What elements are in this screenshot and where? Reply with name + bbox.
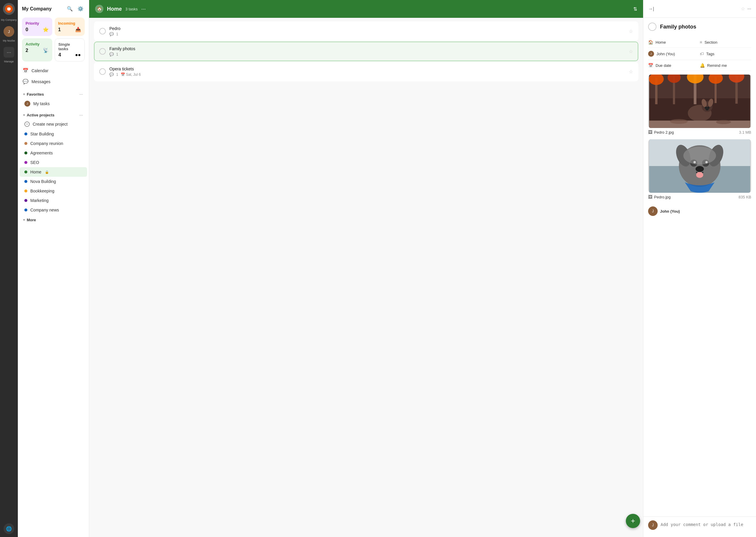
my-tasks-label: My tasks [33, 101, 50, 106]
project-marketing[interactable]: Marketing [20, 196, 87, 205]
remind-icon: 🔔 [700, 63, 705, 68]
comment-input[interactable] [661, 520, 751, 533]
comment-icon: 💬 [110, 32, 114, 36]
incoming-card[interactable]: Incoming 1 📥 [55, 18, 85, 36]
task-item[interactable]: Family photos 💬 1 ☆ [94, 42, 638, 61]
single-tasks-label: Single tasks [59, 42, 81, 51]
attachments-section: 🖼 Pedro 2.jpg 3.1 MB [648, 71, 751, 222]
task-detail-grid: 🏠 Home ≡ Section J John (You) 🏷 Tags 📅 D… [648, 37, 751, 71]
project-agreements[interactable]: Agreements [20, 148, 87, 158]
svg-rect-21 [649, 121, 750, 128]
file-icon: 🖼 [648, 130, 652, 135]
icon-bar: My Company J My Nozbe ··· Manage 🌐 [0, 0, 18, 537]
dot-agreements [24, 151, 27, 154]
dot-bookkeeping [24, 189, 27, 192]
task-detail-more-button[interactable]: ··· [747, 6, 751, 12]
assignee-field[interactable]: J John (You) [648, 48, 700, 60]
assignee-avatar: J [648, 51, 654, 57]
nav-calendar[interactable]: 📅 Calendar [18, 65, 89, 76]
right-panel: →| ☆ ··· Family photos 🏠 Home ≡ Section … [643, 0, 756, 537]
messages-icon: 💬 [22, 79, 28, 84]
task-meta: 💬 1 [110, 52, 625, 57]
section-field[interactable]: ≡ Section [700, 37, 752, 48]
single-tasks-count: 4 [59, 52, 61, 58]
sort-button[interactable]: ⇅ [633, 6, 637, 12]
project-seo[interactable]: SEO [20, 158, 87, 167]
manage-label: Manage [4, 60, 14, 63]
task-title: Family photos [110, 46, 625, 51]
my-nozbe-avatar[interactable]: J [4, 26, 14, 37]
collapse-panel-button[interactable]: →| [648, 6, 654, 12]
project-nova-building[interactable]: Nova Building [20, 177, 87, 186]
task-content: Family photos 💬 1 [110, 46, 625, 57]
task-star[interactable]: ☆ [629, 49, 633, 54]
task-detail-star[interactable]: ☆ [741, 6, 745, 12]
attachment-item[interactable]: 🖼 Pedro 2.jpg 3.1 MB [648, 74, 751, 135]
task-checkbox[interactable] [99, 28, 106, 34]
incoming-icon: 📥 [75, 27, 81, 32]
calendar-icon: 📅 [121, 72, 125, 77]
task-detail-checkbox[interactable] [648, 22, 656, 31]
project-bookkeeping[interactable]: Bookkeeping [20, 186, 87, 196]
active-projects-header[interactable]: ▼ Active projects ··· [18, 109, 89, 119]
project-company-reunion[interactable]: Company reunion [20, 139, 87, 148]
task-item[interactable]: Opera tickets 💬 1 📅 Sat, Jul 6 ☆ [94, 62, 638, 81]
label-bookkeeping: Bookkeeping [30, 188, 54, 193]
fab-add-button[interactable]: + [626, 514, 640, 528]
task-checkbox[interactable] [99, 48, 106, 55]
project-company-news[interactable]: Company news [20, 205, 87, 215]
right-panel-header: →| ☆ ··· [644, 0, 756, 18]
more-section-header[interactable]: ▼ More [18, 215, 89, 223]
file-icon: 🖼 [648, 194, 652, 199]
remind-field[interactable]: 🔔 Remind me [700, 60, 752, 71]
home-lock-icon: 🔒 [45, 170, 49, 174]
task-checkbox[interactable] [99, 68, 106, 75]
sidebar-header: My Company 🔍 ⚙️ [18, 0, 89, 15]
task-detail: Family photos 🏠 Home ≡ Section J John (Y… [644, 18, 756, 516]
svg-point-22 [670, 119, 688, 124]
priority-card[interactable]: Priority 0 ⭐ [22, 18, 52, 36]
project-field-value: Home [655, 40, 666, 45]
app-logo[interactable] [3, 3, 15, 15]
dot-star-building [24, 133, 27, 136]
task-item[interactable]: Pedro 💬 1 ☆ [94, 21, 638, 41]
project-field[interactable]: 🏠 Home [648, 37, 700, 48]
commenter-name: John (You) [660, 209, 680, 214]
create-project-icon: + [24, 121, 30, 127]
task-detail-title-row: Family photos [648, 22, 751, 31]
attachment-name: Pedro 2.jpg [654, 130, 674, 135]
tags-field[interactable]: 🏷 Tags [700, 48, 752, 60]
project-star-building[interactable]: Star Building [20, 129, 87, 139]
attachment-item[interactable]: 🖼 Pedro.jpg 835 KB [648, 139, 751, 199]
activity-card[interactable]: Activity 2 📡 [22, 38, 52, 62]
comment-count: 1 [116, 72, 118, 77]
task-list: Pedro 💬 1 ☆ Family photos 💬 1 ☆ [89, 18, 643, 85]
task-star[interactable]: ☆ [629, 69, 633, 74]
project-home[interactable]: Home 🔒 [20, 167, 87, 177]
label-agreements: Agreements [30, 150, 53, 155]
activity-count: 2 [25, 48, 28, 53]
manage-button[interactable]: ··· [4, 47, 14, 58]
nav-messages[interactable]: 💬 Messages [18, 76, 89, 87]
active-projects-more-button[interactable]: ··· [78, 112, 84, 118]
due-date-icon: 📅 [648, 63, 653, 68]
favorites-section-header[interactable]: ▼ Favorites ··· [18, 88, 89, 98]
my-tasks-item[interactable]: J My tasks [20, 98, 87, 109]
activity-label: Activity [25, 42, 49, 46]
single-tasks-card[interactable]: Single tasks 4 ●● [55, 38, 85, 62]
more-section-title: ▼ More [22, 218, 36, 222]
search-button[interactable]: 🔍 [66, 5, 74, 13]
main-header-more-button[interactable]: ··· [141, 6, 146, 12]
svg-point-23 [716, 120, 731, 124]
task-star[interactable]: ☆ [629, 28, 633, 34]
globe-icon[interactable]: 🌐 [4, 523, 14, 534]
due-date-field[interactable]: 📅 Due date [648, 60, 700, 71]
priority-count: 0 [25, 27, 28, 32]
create-new-project[interactable]: + Create new project [20, 119, 87, 129]
priority-label: Priority [25, 21, 49, 25]
favorites-more-button[interactable]: ··· [78, 91, 84, 97]
label-seo: SEO [30, 160, 39, 165]
comment-icon: 💬 [110, 72, 114, 77]
dot-company-news [24, 209, 27, 212]
settings-button[interactable]: ⚙️ [76, 5, 85, 13]
